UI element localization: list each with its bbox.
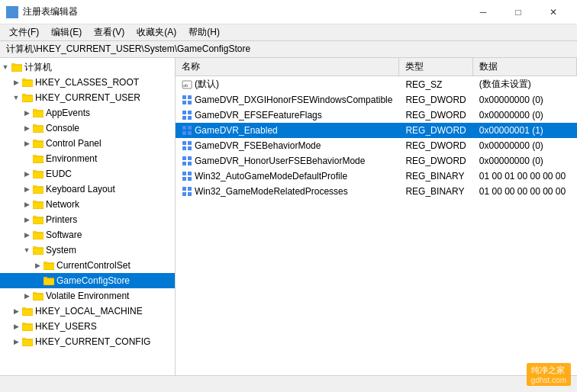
table-row[interactable]: GameDVR_HonorUserFSEBehaviorModeREG_DWOR… <box>176 153 577 169</box>
menu-item[interactable]: 编辑(E) <box>45 24 88 40</box>
svg-rect-30 <box>188 111 192 114</box>
menu-item[interactable]: 文件(F) <box>3 24 45 40</box>
svg-rect-17 <box>44 263 54 269</box>
svg-rect-41 <box>182 156 186 160</box>
status-bar <box>0 375 577 392</box>
tree-toggle-eudc[interactable]: ▶ <box>21 169 32 179</box>
tree-toggle-console[interactable]: ▶ <box>21 123 32 133</box>
tree-item-software[interactable]: ▶ Software <box>0 227 175 243</box>
folder-icon-hkcu <box>21 92 34 103</box>
table-row[interactable]: ab (默认)REG_SZ(数值未设置) <box>176 76 577 93</box>
svg-rect-0 <box>8 8 11 11</box>
table-row[interactable]: GameDVR_EnabledREG_DWORD0x00000001 (1) <box>176 123 577 138</box>
tree-toggle-network[interactable]: ▶ <box>21 199 32 210</box>
tree-toggle-hkcr[interactable]: ▶ <box>11 77 21 88</box>
tree-toggle-computer[interactable]: ▼ <box>0 62 11 72</box>
close-button[interactable]: ✕ <box>536 0 571 24</box>
svg-rect-18 <box>44 278 54 284</box>
tree-toggle-environment[interactable] <box>21 153 32 164</box>
cell-type: REG_DWORD <box>399 92 472 108</box>
tree-panel[interactable]: ▼ 计算机▶ HKEY_CLASSES_ROOT▼ HKEY_CURRENT_U… <box>0 58 176 375</box>
svg-rect-36 <box>188 131 192 135</box>
tree-item-eudc[interactable]: ▶ EUDC <box>0 166 175 182</box>
folder-icon-hku <box>21 321 34 332</box>
tree-item-system[interactable]: ▼ System <box>0 243 175 258</box>
table-row[interactable]: Win32_GameModeRelatedProcessesREG_BINARY… <box>176 184 577 199</box>
tree-toggle-currentcontrolset[interactable]: ▶ <box>32 260 43 271</box>
tree-item-printers[interactable]: ▶ Printers <box>0 212 175 227</box>
svg-rect-12 <box>33 187 44 193</box>
tree-item-network[interactable]: ▶ Network <box>0 197 175 212</box>
cell-type: REG_SZ <box>399 76 472 93</box>
col-type[interactable]: 类型 <box>399 58 472 76</box>
tree-item-volatileenv[interactable]: ▶ Volatile Environment <box>0 288 175 304</box>
tree-item-keyboardlayout[interactable]: ▶ Keyboard Layout <box>0 182 175 197</box>
cell-data: 0x00000000 (0) <box>472 138 576 153</box>
tree-label-environment: Environment <box>46 153 97 164</box>
tree-item-hku[interactable]: ▶ HKEY_USERS <box>0 319 175 334</box>
tree-toggle-hkcu[interactable]: ▼ <box>11 92 21 103</box>
tree-item-environment[interactable]: Environment <box>0 151 175 166</box>
svg-rect-7 <box>33 111 44 117</box>
menu-item[interactable]: 收藏夹(A) <box>131 24 182 40</box>
svg-rect-43 <box>182 162 186 165</box>
tree-item-controlpanel[interactable]: ▶ Control Panel <box>0 136 175 151</box>
cell-data: 0x00000000 (0) <box>472 92 576 108</box>
main-content: ▼ 计算机▶ HKEY_CLASSES_ROOT▼ HKEY_CURRENT_U… <box>0 58 577 375</box>
table-row[interactable]: GameDVR_DXGIHonorFSEWindowsCompatibleREG… <box>176 92 577 108</box>
svg-rect-6 <box>22 95 33 101</box>
cell-type: REG_DWORD <box>399 153 472 169</box>
svg-rect-51 <box>182 192 186 196</box>
col-data[interactable]: 数据 <box>472 58 576 76</box>
tree-label-hkcc: HKEY_CURRENT_CONFIG <box>35 336 150 347</box>
svg-rect-50 <box>188 187 192 191</box>
maximize-button[interactable]: □ <box>501 0 536 24</box>
tree-item-hkcu[interactable]: ▼ HKEY_CURRENT_USER <box>0 90 175 105</box>
svg-rect-46 <box>188 172 192 175</box>
tree-item-appevents[interactable]: ▶ AppEvents <box>0 105 175 120</box>
cell-name: Win32_GameModeRelatedProcesses <box>176 184 399 199</box>
table-row[interactable]: Win32_AutoGameModeDefaultProfileREG_BINA… <box>176 169 577 184</box>
tree-toggle-hklm[interactable]: ▶ <box>11 306 21 316</box>
tree-item-console[interactable]: ▶ Console <box>0 120 175 136</box>
tree-item-hkcc[interactable]: ▶ HKEY_CURRENT_CONFIG <box>0 334 175 349</box>
tree-toggle-hku[interactable]: ▶ <box>11 321 21 332</box>
svg-rect-34 <box>188 126 192 130</box>
cell-name: GameDVR_EFSEFeatureFlags <box>176 108 399 123</box>
tree-toggle-appevents[interactable]: ▶ <box>21 108 32 118</box>
svg-rect-19 <box>33 294 44 300</box>
minimize-button[interactable]: ─ <box>466 0 501 24</box>
folder-icon-software <box>32 230 44 240</box>
cell-data: 01 00 01 00 00 00 00 <box>472 169 576 184</box>
menu-item[interactable]: 帮助(H) <box>182 24 226 40</box>
tree-toggle-gameconfigstore[interactable] <box>32 275 43 286</box>
cell-type: REG_BINARY <box>399 169 472 184</box>
svg-rect-15 <box>33 233 44 239</box>
cell-data: 0x00000000 (0) <box>472 108 576 123</box>
folder-icon-hkcr <box>21 77 34 88</box>
tree-item-computer[interactable]: ▼ 计算机 <box>0 59 175 75</box>
svg-rect-16 <box>33 248 44 254</box>
tree-toggle-hkcc[interactable]: ▶ <box>11 336 21 347</box>
folder-icon-environment <box>32 153 44 164</box>
tree-toggle-controlpanel[interactable]: ▶ <box>21 138 32 149</box>
tree-toggle-keyboardlayout[interactable]: ▶ <box>21 184 32 194</box>
tree-item-currentcontrolset[interactable]: ▶ CurrentControlSet <box>0 258 175 273</box>
tree-toggle-software[interactable]: ▶ <box>21 230 32 240</box>
registry-table-container[interactable]: 名称 类型 数据 ab (默认)REG_SZ(数值未设置) GameDVR_DX… <box>176 58 577 375</box>
table-row[interactable]: GameDVR_EFSEFeatureFlagsREG_DWORD0x00000… <box>176 108 577 123</box>
tree-toggle-system[interactable]: ▼ <box>21 245 32 255</box>
svg-rect-8 <box>33 126 44 132</box>
tree-item-hklm[interactable]: ▶ HKEY_LOCAL_MACHINE <box>0 304 175 319</box>
tree-label-console: Console <box>46 123 79 133</box>
app-icon <box>6 6 18 18</box>
menu-item[interactable]: 查看(V) <box>88 24 131 40</box>
tree-item-gameconfigstore[interactable]: GameConfigStore <box>0 273 175 288</box>
table-header-row: 名称 类型 数据 <box>176 58 577 76</box>
tree-item-hkcr[interactable]: ▶ HKEY_CLASSES_ROOT <box>0 75 175 90</box>
table-row[interactable]: GameDVR_FSEBehaviorModeREG_DWORD0x000000… <box>176 138 577 153</box>
col-name[interactable]: 名称 <box>176 58 399 76</box>
tree-toggle-printers[interactable]: ▶ <box>21 214 32 225</box>
tree-toggle-volatileenv[interactable]: ▶ <box>21 291 32 301</box>
tree-label-controlpanel: Control Panel <box>46 138 102 149</box>
